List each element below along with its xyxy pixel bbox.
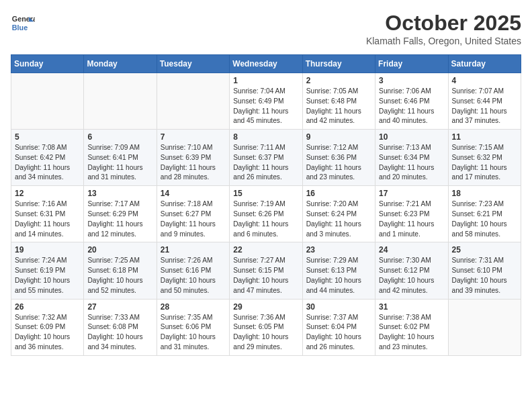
day-number: 26 [15, 302, 80, 312]
day-number: 23 [306, 245, 371, 255]
day-number: 27 [87, 302, 152, 312]
day-number: 29 [233, 302, 298, 312]
calendar-header-row: SundayMondayTuesdayWednesdayThursdayFrid… [11, 55, 521, 73]
calendar-cell: 15Sunrise: 7:19 AM Sunset: 6:26 PM Dayli… [230, 186, 302, 242]
calendar-cell: 8Sunrise: 7:11 AM Sunset: 6:37 PM Daylig… [230, 130, 302, 186]
day-info: Sunrise: 7:36 AM Sunset: 6:05 PM Dayligh… [233, 313, 298, 353]
calendar-cell: 23Sunrise: 7:29 AM Sunset: 6:13 PM Dayli… [302, 242, 375, 299]
day-info: Sunrise: 7:31 AM Sunset: 6:10 PM Dayligh… [452, 256, 517, 295]
calendar-cell: 17Sunrise: 7:21 AM Sunset: 6:23 PM Dayli… [375, 186, 448, 242]
day-info: Sunrise: 7:38 AM Sunset: 6:02 PM Dayligh… [379, 313, 444, 353]
day-info: Sunrise: 7:12 AM Sunset: 6:36 PM Dayligh… [306, 143, 371, 183]
day-info: Sunrise: 7:13 AM Sunset: 6:34 PM Dayligh… [379, 143, 444, 183]
day-number: 24 [379, 245, 444, 255]
day-of-week-header: Wednesday [230, 55, 302, 73]
day-info: Sunrise: 7:08 AM Sunset: 6:42 PM Dayligh… [15, 143, 80, 183]
day-info: Sunrise: 7:32 AM Sunset: 6:09 PM Dayligh… [15, 313, 80, 353]
logo: General Blue [11, 11, 35, 35]
calendar-cell: 10Sunrise: 7:13 AM Sunset: 6:34 PM Dayli… [375, 130, 448, 186]
calendar-cell [84, 73, 157, 130]
calendar-cell: 31Sunrise: 7:38 AM Sunset: 6:02 PM Dayli… [375, 299, 448, 355]
day-number: 13 [87, 189, 152, 198]
day-info: Sunrise: 7:15 AM Sunset: 6:32 PM Dayligh… [452, 143, 517, 183]
calendar-cell: 24Sunrise: 7:30 AM Sunset: 6:12 PM Dayli… [375, 242, 448, 299]
calendar-cell: 4Sunrise: 7:07 AM Sunset: 6:44 PM Daylig… [448, 73, 521, 130]
day-info: Sunrise: 7:29 AM Sunset: 6:13 PM Dayligh… [306, 256, 371, 295]
day-number: 5 [15, 132, 80, 142]
day-info: Sunrise: 7:04 AM Sunset: 6:49 PM Dayligh… [233, 87, 298, 126]
calendar-cell: 16Sunrise: 7:20 AM Sunset: 6:24 PM Dayli… [302, 186, 375, 242]
day-number: 6 [87, 132, 152, 142]
day-of-week-header: Monday [84, 55, 157, 73]
day-of-week-header: Sunday [11, 55, 84, 73]
day-number: 4 [452, 76, 517, 85]
page-header: General Blue October 2025 Klamath Falls,… [11, 11, 521, 46]
calendar-cell: 3Sunrise: 7:06 AM Sunset: 6:46 PM Daylig… [375, 73, 448, 130]
calendar-cell: 7Sunrise: 7:10 AM Sunset: 6:39 PM Daylig… [157, 130, 229, 186]
day-info: Sunrise: 7:07 AM Sunset: 6:44 PM Dayligh… [452, 87, 517, 126]
day-of-week-header: Friday [375, 55, 448, 73]
calendar-cell: 19Sunrise: 7:24 AM Sunset: 6:19 PM Dayli… [11, 242, 84, 299]
day-number: 14 [161, 189, 226, 198]
day-number: 31 [379, 302, 444, 312]
calendar-cell: 11Sunrise: 7:15 AM Sunset: 6:32 PM Dayli… [448, 130, 521, 186]
calendar-cell: 6Sunrise: 7:09 AM Sunset: 6:41 PM Daylig… [84, 130, 157, 186]
calendar-cell: 9Sunrise: 7:12 AM Sunset: 6:36 PM Daylig… [302, 130, 375, 186]
day-number: 7 [161, 132, 226, 142]
day-info: Sunrise: 7:26 AM Sunset: 6:16 PM Dayligh… [161, 256, 226, 295]
calendar-cell: 22Sunrise: 7:27 AM Sunset: 6:15 PM Dayli… [230, 242, 302, 299]
svg-text:General: General [12, 15, 35, 23]
calendar-cell: 29Sunrise: 7:36 AM Sunset: 6:05 PM Dayli… [230, 299, 302, 355]
day-number: 25 [452, 245, 517, 255]
calendar-cell: 25Sunrise: 7:31 AM Sunset: 6:10 PM Dayli… [448, 242, 521, 299]
day-number: 22 [233, 245, 298, 255]
calendar-cell: 20Sunrise: 7:25 AM Sunset: 6:18 PM Dayli… [84, 242, 157, 299]
calendar-cell: 28Sunrise: 7:35 AM Sunset: 6:06 PM Dayli… [157, 299, 229, 355]
day-number: 11 [452, 132, 517, 142]
calendar-week-row: 5Sunrise: 7:08 AM Sunset: 6:42 PM Daylig… [11, 130, 521, 186]
day-number: 28 [161, 302, 226, 312]
day-info: Sunrise: 7:30 AM Sunset: 6:12 PM Dayligh… [379, 256, 444, 295]
calendar-week-row: 12Sunrise: 7:16 AM Sunset: 6:31 PM Dayli… [11, 186, 521, 242]
day-info: Sunrise: 7:25 AM Sunset: 6:18 PM Dayligh… [87, 256, 152, 295]
calendar-cell: 27Sunrise: 7:33 AM Sunset: 6:08 PM Dayli… [84, 299, 157, 355]
day-of-week-header: Tuesday [157, 55, 229, 73]
day-info: Sunrise: 7:06 AM Sunset: 6:46 PM Dayligh… [379, 87, 444, 126]
day-of-week-header: Saturday [448, 55, 521, 73]
day-number: 15 [233, 189, 298, 198]
day-number: 18 [452, 189, 517, 198]
calendar-cell: 13Sunrise: 7:17 AM Sunset: 6:29 PM Dayli… [84, 186, 157, 242]
day-number: 12 [15, 189, 80, 198]
day-info: Sunrise: 7:21 AM Sunset: 6:23 PM Dayligh… [379, 199, 444, 239]
calendar-week-row: 19Sunrise: 7:24 AM Sunset: 6:19 PM Dayli… [11, 242, 521, 299]
day-number: 20 [87, 245, 152, 255]
day-info: Sunrise: 7:20 AM Sunset: 6:24 PM Dayligh… [306, 199, 371, 239]
calendar-week-row: 1Sunrise: 7:04 AM Sunset: 6:49 PM Daylig… [11, 73, 521, 130]
day-info: Sunrise: 7:35 AM Sunset: 6:06 PM Dayligh… [161, 313, 226, 353]
calendar-cell: 18Sunrise: 7:23 AM Sunset: 6:21 PM Dayli… [448, 186, 521, 242]
day-number: 30 [306, 302, 371, 312]
day-info: Sunrise: 7:09 AM Sunset: 6:41 PM Dayligh… [87, 143, 152, 183]
logo-icon: General Blue [11, 11, 35, 35]
calendar-cell: 1Sunrise: 7:04 AM Sunset: 6:49 PM Daylig… [230, 73, 302, 130]
day-info: Sunrise: 7:05 AM Sunset: 6:48 PM Dayligh… [306, 87, 371, 126]
calendar-week-row: 26Sunrise: 7:32 AM Sunset: 6:09 PM Dayli… [11, 299, 521, 355]
day-number: 16 [306, 189, 371, 198]
day-of-week-header: Thursday [302, 55, 375, 73]
calendar-cell [448, 299, 521, 355]
calendar-cell [157, 73, 229, 130]
day-number: 8 [233, 132, 298, 142]
day-info: Sunrise: 7:10 AM Sunset: 6:39 PM Dayligh… [161, 143, 226, 183]
calendar-cell: 12Sunrise: 7:16 AM Sunset: 6:31 PM Dayli… [11, 186, 84, 242]
svg-text:Blue: Blue [12, 24, 28, 32]
calendar-cell: 2Sunrise: 7:05 AM Sunset: 6:48 PM Daylig… [302, 73, 375, 130]
day-info: Sunrise: 7:27 AM Sunset: 6:15 PM Dayligh… [233, 256, 298, 295]
day-number: 9 [306, 132, 371, 142]
calendar-cell: 26Sunrise: 7:32 AM Sunset: 6:09 PM Dayli… [11, 299, 84, 355]
day-number: 3 [379, 76, 444, 85]
title-block: October 2025 Klamath Falls, Oregon, Unit… [366, 11, 521, 46]
day-number: 19 [15, 245, 80, 255]
calendar-table: SundayMondayTuesdayWednesdayThursdayFrid… [11, 54, 521, 356]
day-number: 10 [379, 132, 444, 142]
day-number: 2 [306, 76, 371, 85]
